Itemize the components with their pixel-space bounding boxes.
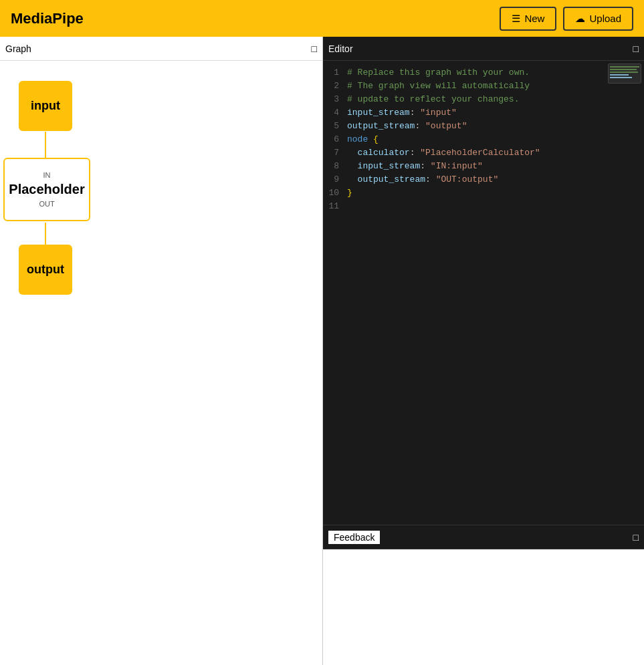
code-line-11: } — [347, 186, 639, 200]
upload-button[interactable]: ☁ Upload — [563, 7, 633, 31]
code-line-7: node { — [347, 133, 639, 146]
editor-content[interactable]: 1 2 3 4 5 6 7 8 9 10 11 # Replace this g… — [323, 61, 644, 525]
graph-title: Graph — [5, 43, 31, 54]
editor-title: Editor — [328, 43, 353, 54]
code-line-8: calculator: "PlaceholderCalculator" — [347, 146, 639, 160]
app-logo: MediaPipe — [11, 10, 84, 27]
placeholder-out-label: OUT — [39, 200, 54, 208]
upload-icon: ☁ — [575, 13, 585, 25]
feedback-header: Feedback □ — [323, 525, 644, 549]
editor-section: Editor □ 1 2 3 4 5 6 7 8 9 10 — [323, 37, 644, 525]
code-line-3: # update to reflect your changes. — [347, 93, 639, 106]
placeholder-node[interactable]: IN Placeholder OUT — [3, 158, 90, 221]
input-node[interactable]: input — [19, 81, 72, 131]
connector-svg — [0, 61, 322, 665]
line-numbers: 1 2 3 4 5 6 7 8 9 10 11 — [323, 66, 347, 519]
hamburger-icon: ☰ — [512, 13, 520, 25]
output-node-label: output — [27, 263, 64, 277]
graph-expand-icon[interactable]: □ — [312, 43, 317, 54]
graph-panel: Graph □ input IN Placeholder OUT — [0, 37, 323, 665]
feedback-expand-icon[interactable]: □ — [633, 532, 639, 543]
code-area: 1 2 3 4 5 6 7 8 9 10 11 # Replace this g… — [323, 61, 644, 525]
code-line-10: output_stream: "OUT:output" — [347, 173, 639, 186]
header: MediaPipe ☰ New ☁ Upload — [0, 0, 644, 37]
minimap-svg — [609, 64, 641, 83]
feedback-title: Feedback — [328, 531, 380, 544]
code-line-4: input_stream: "input" — [347, 106, 639, 120]
code-line-1: # Replace this graph with your own. — [347, 66, 639, 80]
code-line-2: # The graph view will automatically — [347, 80, 639, 93]
editor-thumbnail — [608, 63, 641, 84]
placeholder-in-label: IN — [43, 171, 51, 179]
feedback-content — [323, 549, 644, 665]
graph-canvas: input IN Placeholder OUT output — [0, 61, 322, 665]
editor-header: Editor □ — [323, 37, 644, 61]
input-node-label: input — [31, 99, 60, 113]
new-button-label: New — [524, 13, 544, 24]
new-button[interactable]: ☰ New — [500, 7, 556, 31]
header-actions: ☰ New ☁ Upload — [500, 7, 633, 31]
code-line-5: output_stream: "output" — [347, 120, 639, 133]
upload-button-label: Upload — [589, 13, 621, 24]
code-lines: # Replace this graph with your own. # Th… — [347, 66, 644, 519]
placeholder-title: Placeholder — [9, 182, 84, 197]
output-node[interactable]: output — [19, 245, 72, 295]
feedback-section: Feedback □ — [323, 525, 644, 665]
right-panel: Editor □ 1 2 3 4 5 6 7 8 9 10 — [323, 37, 644, 665]
graph-header: Graph □ — [0, 37, 322, 61]
main-layout: Graph □ input IN Placeholder OUT — [0, 37, 644, 665]
code-line-9: input_stream: "IN:input" — [347, 160, 639, 173]
editor-expand-icon[interactable]: □ — [633, 43, 639, 54]
